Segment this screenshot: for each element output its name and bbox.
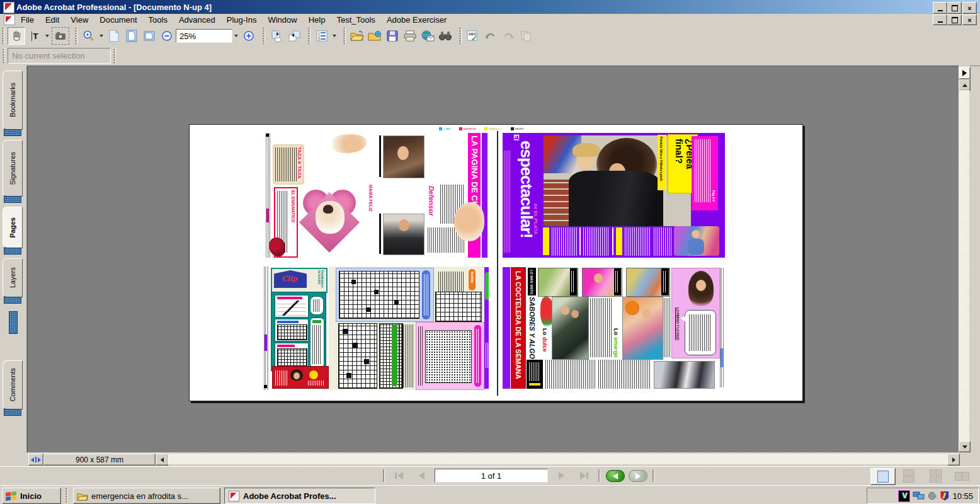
toolbar-grip[interactable] [75, 28, 77, 44]
scroll-down-button[interactable] [959, 441, 971, 452]
tab-pages[interactable]: Pages [3, 207, 23, 248]
open-web-page-button[interactable] [367, 28, 383, 44]
spellcheck-button[interactable]: ABC✓ [465, 28, 481, 44]
task-button-afrodita[interactable]: emergencia en afrodita s... [73, 488, 220, 504]
document-sheet[interactable]: CYAN MAGENTA AMARILLO NEGRO TAZA A TAZA [189, 124, 803, 401]
toolbar-grip[interactable] [263, 28, 265, 44]
restore-button[interactable] [947, 2, 962, 14]
hscroll-left-button[interactable] [156, 454, 168, 466]
snapshot-tool-button[interactable] [52, 27, 69, 45]
tray-v-icon[interactable]: V [898, 490, 910, 502]
tab-bookmarks[interactable]: Bookmarks [3, 71, 23, 130]
next-page-button[interactable] [553, 469, 569, 482]
reg-mark [266, 134, 269, 137]
pane-splitter-button[interactable] [28, 454, 43, 466]
dulce-word: dulce [542, 337, 548, 352]
hscroll-track[interactable] [168, 454, 947, 464]
close-button[interactable]: × [962, 2, 977, 14]
continuous-view-button[interactable] [897, 468, 921, 484]
hand-tool-button[interactable] [8, 27, 25, 45]
email-button[interactable] [419, 28, 436, 44]
first-page-button[interactable] [389, 469, 408, 482]
doc-minimize-button[interactable] [933, 14, 947, 25]
task-button-acrobat[interactable]: Adobe Acrobat Profes... [224, 488, 375, 504]
minimize-button[interactable] [933, 2, 947, 14]
vertical-scrollbar[interactable] [959, 66, 970, 452]
previous-page-tool-button[interactable] [286, 28, 302, 44]
menu-advanced[interactable]: Advanced [173, 15, 221, 25]
zoom-out-button[interactable] [159, 28, 175, 44]
toolbar-grip[interactable] [308, 28, 311, 44]
start-button[interactable]: Inicio [2, 488, 61, 504]
doc-restore-icon [952, 17, 958, 23]
page-number-field[interactable]: 1 of 1 [435, 469, 548, 483]
previous-view-button[interactable] [606, 470, 625, 482]
fit-page-button[interactable] [123, 28, 140, 44]
black-cell [367, 307, 371, 312]
menu-adobe-exerciser[interactable]: Adobe Exerciser [381, 15, 452, 25]
zoom-tool-dropdown[interactable] [100, 35, 103, 37]
menu-edit[interactable]: Edit [40, 15, 65, 25]
task-list-dropdown[interactable] [333, 35, 336, 37]
hand-icon [11, 30, 22, 42]
save-button[interactable] [384, 28, 401, 44]
menu-file[interactable]: File [15, 15, 40, 25]
menu-document[interactable]: Document [94, 15, 142, 25]
next-view-button[interactable] [629, 470, 647, 482]
page-number-text: 1 of 1 [481, 471, 502, 481]
copy-button[interactable] [518, 28, 534, 44]
zoom-level-dropdown[interactable] [234, 35, 238, 37]
quote-panel: LO PENSO Y LO DIJO [671, 268, 721, 358]
toolbar-grip[interactable] [343, 28, 346, 44]
select-tool-dropdown[interactable] [45, 35, 49, 37]
tray-network-icon[interactable] [913, 491, 925, 501]
previous-page-button[interactable] [413, 469, 430, 482]
tab-layers[interactable]: Layers [3, 258, 23, 297]
redo-button[interactable] [500, 28, 516, 44]
vscroll-track[interactable] [959, 90, 969, 441]
document-canvas[interactable]: CYAN MAGENTA AMARILLO NEGRO TAZA A TAZA [27, 66, 960, 454]
menu-test-tools[interactable]: Test_Tools [331, 15, 380, 25]
minimize-icon [938, 10, 943, 11]
document-icon[interactable] [4, 14, 15, 25]
continuous-facing-view-button[interactable] [923, 468, 947, 484]
expand-pane-button[interactable] [959, 67, 971, 79]
tab-signatures[interactable]: Signatures [3, 140, 23, 197]
zoom-level-field[interactable]: 25% [176, 29, 232, 43]
menu-window[interactable]: Window [262, 15, 302, 25]
task-list-button[interactable]: 123 [314, 28, 330, 44]
hscroll-right-button[interactable] [947, 454, 960, 466]
menu-help[interactable]: Help [303, 15, 331, 25]
scroll-up-button[interactable] [959, 79, 971, 91]
doc-restore-button[interactable] [947, 14, 962, 25]
title-bar[interactable]: Adobe Acrobat Professional - [Documento … [0, 0, 980, 14]
toolbar-grip[interactable] [113, 48, 116, 63]
toolbar-grip[interactable] [2, 28, 4, 44]
taskbar-grip[interactable] [66, 488, 68, 502]
tray-audio-icon[interactable] [927, 491, 938, 501]
toolbar-grip[interactable] [3, 48, 5, 63]
facing-view-button[interactable] [950, 468, 974, 484]
fit-width-button[interactable] [141, 28, 157, 44]
pane-resize-handle[interactable] [9, 311, 18, 334]
zoom-in-button[interactable] [241, 28, 257, 44]
tray-clock[interactable]: 10:55 [952, 491, 973, 501]
folio-accent [266, 209, 269, 222]
tray-shield-icon[interactable] [940, 491, 949, 501]
open-button[interactable] [349, 28, 365, 44]
search-button[interactable] [437, 28, 453, 44]
menu-plugins[interactable]: Plug-Ins [221, 15, 263, 25]
print-button[interactable] [402, 28, 418, 44]
select-text-tool-button[interactable]: T [26, 28, 43, 44]
tab-comments[interactable]: Comments [3, 360, 23, 410]
next-page-tool-button[interactable] [268, 28, 285, 44]
single-page-view-button[interactable] [870, 468, 896, 485]
last-page-button[interactable] [574, 469, 593, 482]
actual-size-button[interactable] [106, 28, 122, 44]
menu-tools[interactable]: Tools [143, 15, 173, 25]
doc-close-button[interactable]: × [962, 14, 977, 25]
toolbar-grip[interactable] [459, 28, 462, 44]
menu-view[interactable]: View [65, 15, 94, 25]
undo-button[interactable] [482, 28, 499, 44]
zoom-in-tool-button[interactable] [81, 28, 97, 44]
